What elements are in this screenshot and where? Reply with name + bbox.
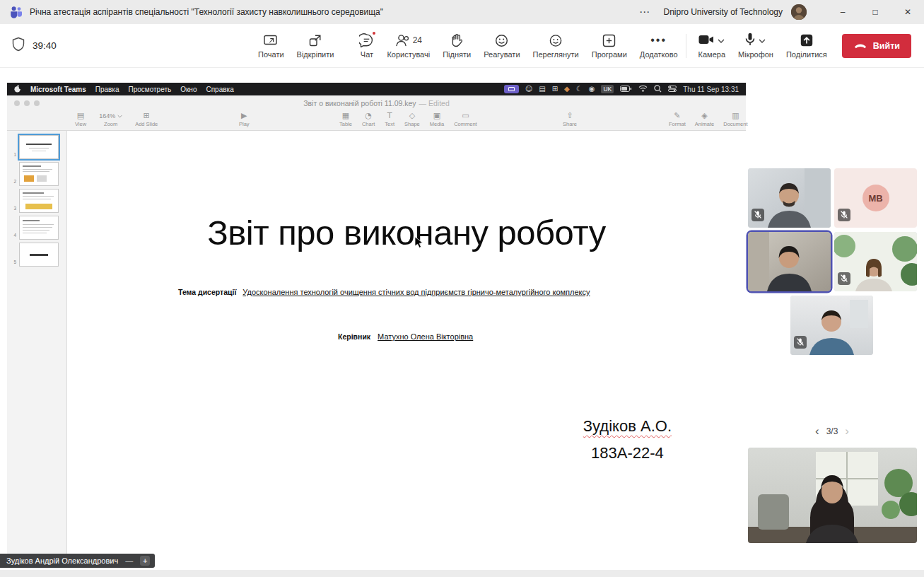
close-button[interactable]: ✕: [891, 0, 924, 24]
kn-animate-icon: ◈: [701, 112, 707, 120]
kn-text-label: Text: [385, 121, 394, 127]
menu-okno: Окно: [180, 86, 197, 93]
minimize-button[interactable]: –: [826, 0, 859, 24]
chat-notification-dot: [371, 30, 377, 36]
smiley-icon: [495, 33, 508, 48]
camera-button[interactable]: Камера: [692, 33, 732, 59]
pager-label: 3/3: [826, 426, 838, 436]
people-label: Користувачі: [387, 50, 430, 59]
react-button[interactable]: Реагувати: [477, 33, 526, 59]
kn-shape-label: Shape: [404, 121, 420, 127]
menu-prosmotret: Просмотреть: [129, 86, 172, 93]
start-presenting-icon: [264, 33, 279, 48]
camera-icon: [698, 34, 714, 47]
profile-avatar[interactable]: [791, 4, 807, 20]
participant-tile-1[interactable]: [748, 168, 831, 228]
kn-shape-button: ◇Shape: [404, 112, 420, 127]
mic-muted-icon: [838, 209, 850, 224]
mic-muted-icon: [838, 272, 850, 288]
slide-number: 4: [7, 233, 16, 241]
share-button[interactable]: Поділитися: [780, 33, 834, 59]
share-label: Поділитися: [786, 50, 827, 59]
share-zoom-out-button[interactable]: —: [125, 556, 133, 565]
camera-chevron-icon[interactable]: [718, 36, 725, 45]
status-moon-icon: ☾: [576, 86, 583, 93]
avatar-initials: МВ: [862, 185, 889, 211]
kn-zoom-label: Zoom: [104, 121, 117, 127]
supervisor-label: Керівник: [338, 332, 370, 341]
pager-prev-icon[interactable]: ‹: [815, 426, 819, 436]
slide-number: 5: [7, 260, 16, 268]
supervisor-name: Матухно Олена Вікторівна: [378, 332, 473, 341]
start-button[interactable]: Почати: [252, 33, 291, 59]
titlebar: Річна атестація аспірантів спеціальності…: [0, 0, 924, 24]
slide-thumbnail-4: [19, 216, 59, 240]
leave-button[interactable]: Вийти: [842, 34, 911, 58]
mic-label: Мікрофон: [738, 50, 773, 59]
kn-document-label: Document: [723, 121, 747, 127]
titlebar-more-icon[interactable]: ⋯: [631, 6, 657, 18]
kn-chart-icon: ◔: [365, 112, 372, 120]
unpin-button[interactable]: Відкріпити: [291, 33, 341, 59]
keynote-titlebar: Звіт о виконаній роботі 11.09.key— Edite…: [7, 95, 746, 110]
unpin-label: Відкріпити: [297, 50, 334, 59]
slide-thumbnail-row: 3: [7, 187, 66, 214]
apps-button[interactable]: Програми: [585, 33, 633, 59]
kn-comment-label: Comment: [454, 121, 477, 127]
kn-format-icon: ✎: [674, 112, 680, 120]
menubar-status-icons: ☺ ▤ ⊞ ◆ ☾ ◉ UK Thu 11 Sep 13: [504, 85, 739, 94]
chat-label: Чат: [361, 50, 373, 59]
window-title: Річна атестація аспірантів спеціальності…: [30, 7, 383, 17]
slide-thumbnail-5: [19, 243, 59, 267]
people-button[interactable]: 24 Користувачі: [380, 33, 436, 59]
participant-tile-5[interactable]: [790, 296, 873, 355]
react-label: Реагувати: [484, 50, 520, 59]
slide-navigator: 1 2: [7, 131, 67, 559]
org-name: Dnipro University of Technology: [663, 7, 783, 17]
slide-number: 1: [7, 152, 16, 161]
initials-text: МВ: [868, 193, 882, 204]
people-icon: 24: [395, 33, 422, 48]
more-dots-icon: •••: [650, 33, 667, 48]
kn-document-icon: ▥: [732, 112, 739, 120]
kn-share-button: ⇧Share: [563, 112, 577, 127]
keynote-toolbar: ▤View 164% Zoom ⊞Add Slide ▶Play ▦Table …: [7, 110, 746, 131]
presenter-overlay: Зудіков Андрій Олександрович — +: [0, 554, 155, 568]
meeting-toolbar: 39:40 Почати Відкріпити Чат: [0, 24, 924, 68]
chat-button[interactable]: Чат: [353, 33, 380, 59]
maximize-button[interactable]: □: [859, 0, 891, 24]
pager-next-icon[interactable]: ›: [845, 426, 849, 436]
raise-hand-icon: [450, 33, 463, 48]
author-name: Зудіков А.О.: [583, 417, 672, 436]
screen-share-region[interactable]: Microsoft Teams Правка Просмотреть Окно …: [7, 83, 746, 559]
share-zoom-in-button[interactable]: +: [140, 556, 150, 566]
participant-tile-4[interactable]: [834, 232, 917, 291]
teams-meeting-window: Річна атестація аспірантів спеціальності…: [0, 0, 924, 577]
meeting-info: 39:40: [11, 24, 57, 67]
menu-spravka: Справка: [206, 86, 233, 93]
kn-zoom-value: 164%: [99, 112, 115, 120]
view-button[interactable]: Переглянути: [527, 33, 585, 59]
window-bottom-edge: [0, 570, 924, 577]
wifi-icon: [638, 85, 648, 93]
menubar-datetime: Thu 11 Sep 13:31: [683, 86, 739, 93]
mic-icon: [745, 33, 755, 48]
kn-view-button: ▤View: [75, 112, 86, 127]
spotlight-video-tile[interactable]: [748, 448, 917, 543]
macos-menubar: Microsoft Teams Правка Просмотреть Окно …: [7, 83, 746, 95]
kn-play-icon: ▶: [241, 112, 247, 120]
kn-format-button: ✎Format: [669, 112, 686, 127]
raise-hand-button[interactable]: Підняти: [436, 33, 477, 59]
participant-tile-2[interactable]: МВ: [834, 168, 917, 228]
more-button[interactable]: ••• Додатково: [633, 33, 684, 59]
camera-label: Камера: [698, 50, 725, 59]
mic-button[interactable]: Мікрофон: [732, 33, 780, 59]
slide-thumbnail-row: 4: [7, 214, 66, 241]
participant-tile-3-active-speaker[interactable]: [748, 232, 831, 291]
mic-chevron-icon[interactable]: [759, 36, 766, 45]
teams-logo-icon: [9, 6, 23, 18]
thesis-label: Тема дисертації: [178, 288, 236, 296]
view-label: Переглянути: [533, 50, 579, 59]
status-smiley-icon: ☺: [525, 86, 532, 93]
kn-format-label: Format: [669, 121, 686, 127]
